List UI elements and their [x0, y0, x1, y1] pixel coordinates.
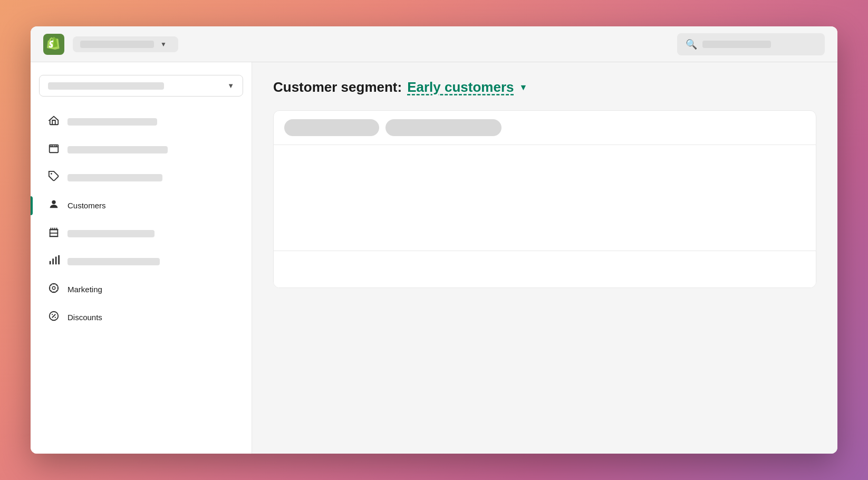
discounts-label: Discounts [67, 313, 102, 322]
orders-label-placeholder [67, 146, 168, 153]
home-icon [47, 114, 60, 129]
finances-label-placeholder [67, 230, 155, 237]
sidebar-item-finances[interactable] [39, 220, 243, 247]
search-input-placeholder [702, 41, 771, 48]
sidebar-item-analytics[interactable] [39, 248, 243, 275]
sidebar-item-discounts[interactable]: Discounts [39, 304, 243, 331]
sidebar-item-orders[interactable] [39, 136, 243, 163]
store-name-placeholder [80, 41, 154, 48]
search-icon: 🔍 [686, 39, 697, 50]
card-tab-1[interactable] [284, 119, 379, 136]
search-bar[interactable]: 🔍 [677, 33, 825, 55]
segment-dropdown-chevron[interactable]: ▼ [519, 83, 527, 92]
browser-window: ▼ 🔍 ▼ [31, 26, 837, 454]
card-tab-row [274, 111, 816, 145]
orders-icon [47, 142, 60, 157]
sidebar-dropdown-placeholder [48, 82, 164, 90]
svg-rect-9 [55, 257, 57, 265]
sidebar-dropdown-chevron: ▼ [227, 82, 234, 90]
sidebar-item-customers[interactable]: Customers [39, 192, 243, 219]
sidebar: ▼ [31, 62, 252, 454]
right-panel: Customer segment: Early customers ▼ [252, 62, 837, 454]
svg-point-13 [52, 314, 53, 315]
svg-point-3 [55, 145, 57, 147]
card-tab-2[interactable] [385, 119, 501, 136]
svg-point-5 [52, 200, 55, 204]
marketing-icon [47, 282, 60, 296]
svg-rect-8 [52, 258, 54, 264]
products-label-placeholder [67, 174, 162, 181]
store-selector[interactable]: ▼ [73, 36, 178, 52]
products-icon [47, 170, 60, 185]
svg-point-2 [51, 145, 53, 147]
segment-title: Customer segment: [273, 79, 402, 95]
sidebar-dropdown[interactable]: ▼ [39, 75, 243, 97]
store-selector-chevron: ▼ [160, 41, 167, 48]
marketing-label: Marketing [67, 285, 102, 294]
card-footer [274, 251, 816, 287]
content-card [273, 110, 816, 288]
segment-header: Customer segment: Early customers ▼ [273, 79, 816, 95]
sidebar-item-marketing[interactable]: Marketing [39, 276, 243, 303]
segment-value[interactable]: Early customers [407, 79, 514, 95]
svg-point-4 [51, 173, 52, 175]
customers-label: Customers [67, 201, 106, 210]
svg-rect-7 [50, 261, 51, 264]
discounts-icon [47, 310, 60, 324]
sidebar-nav: Customers [39, 108, 243, 331]
shopify-logo [43, 34, 64, 55]
analytics-label-placeholder [67, 258, 160, 265]
top-bar: ▼ 🔍 [31, 26, 837, 62]
sidebar-item-home[interactable] [39, 108, 243, 135]
svg-point-14 [55, 317, 56, 318]
main-content: ▼ [31, 62, 837, 454]
customers-icon [47, 198, 60, 213]
finances-icon [47, 226, 60, 241]
svg-rect-10 [58, 255, 60, 264]
home-label-placeholder [67, 118, 157, 126]
card-body [274, 145, 816, 251]
sidebar-item-products[interactable] [39, 164, 243, 191]
analytics-icon [47, 254, 60, 268]
